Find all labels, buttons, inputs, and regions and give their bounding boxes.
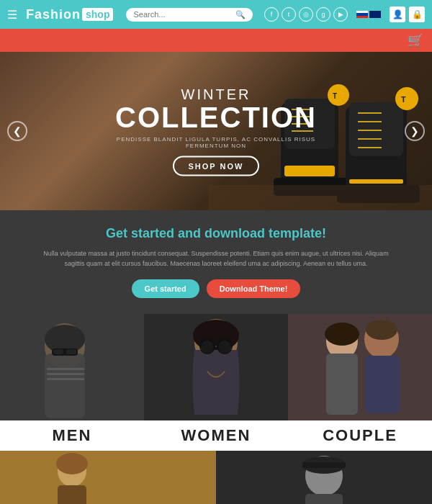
bottom-item-right[interactable] xyxy=(216,451,432,504)
svg-text:T: T xyxy=(401,95,406,104)
shop-now-button[interactable]: SHOP NOW xyxy=(173,156,260,176)
svg-rect-47 xyxy=(0,451,216,504)
instagram-icon[interactable]: ◎ xyxy=(299,7,313,22)
category-grid: MEN WOMEN xyxy=(0,314,432,451)
bottom-row xyxy=(0,451,432,504)
menu-icon[interactable]: ☰ xyxy=(7,8,17,22)
twitter-icon[interactable]: t xyxy=(282,7,296,22)
promo-title: Get started and download template! xyxy=(14,226,418,241)
search-bar[interactable]: 🔍 xyxy=(126,8,253,22)
svg-rect-31 xyxy=(47,378,84,380)
svg-text:T: T xyxy=(333,92,337,100)
hero-winter-label: WINTER xyxy=(108,86,324,103)
download-theme-button[interactable]: Download Theme! xyxy=(207,279,301,298)
logo-shop-text: shop xyxy=(82,8,113,21)
svg-rect-46 xyxy=(365,356,400,413)
svg-rect-25 xyxy=(45,354,85,418)
search-icon: 🔍 xyxy=(235,10,246,19)
user-icons: 👤 🔒 xyxy=(390,6,425,22)
women-category-label: WOMEN xyxy=(144,420,288,451)
category-men[interactable]: MEN xyxy=(0,314,144,451)
cart-bar: 🛒 xyxy=(0,29,432,52)
logo[interactable]: Fashion shop xyxy=(26,7,113,22)
couple-category-label: COUPLE xyxy=(288,420,432,451)
svg-point-45 xyxy=(366,320,397,340)
svg-point-49 xyxy=(56,453,88,474)
svg-rect-27 xyxy=(53,349,63,354)
bottom-right-image xyxy=(216,451,432,504)
flag-english[interactable] xyxy=(369,11,381,18)
svg-rect-43 xyxy=(326,354,358,415)
svg-point-42 xyxy=(325,323,359,346)
svg-rect-30 xyxy=(47,373,84,375)
header: ☰ Fashion shop 🔍 f t ◎ g ▶ 👤 🔒 xyxy=(0,0,432,29)
facebook-icon[interactable]: f xyxy=(264,7,279,22)
svg-rect-18 xyxy=(349,179,403,184)
svg-rect-29 xyxy=(47,368,84,370)
promo-text: Nulla vulputate massa at justo tincidunt… xyxy=(43,248,389,269)
hero-prev-button[interactable]: ❮ xyxy=(7,121,27,141)
men-category-label: MEN xyxy=(0,420,144,451)
category-women[interactable]: WOMEN xyxy=(144,314,288,451)
svg-point-37 xyxy=(202,341,213,352)
cart-icon[interactable]: 🛒 xyxy=(408,32,423,48)
get-started-button[interactable]: Get started xyxy=(132,279,199,298)
hero-subtitle: PENDISSE BLANDIT LIGULA TURPIS, AC CONVA… xyxy=(108,136,324,149)
svg-rect-50 xyxy=(58,485,86,504)
svg-rect-28 xyxy=(66,349,76,354)
youtube-icon[interactable]: ▶ xyxy=(333,7,348,22)
googleplus-icon[interactable]: g xyxy=(316,7,330,22)
account-icon[interactable]: 👤 xyxy=(390,6,405,22)
hero-banner: T T WINTER COLLECTION PENDISSE BLANDIT L… xyxy=(0,52,432,210)
logo-fashion-text: Fashion xyxy=(26,7,81,22)
category-couple[interactable]: COUPLE xyxy=(288,314,432,451)
lock-icon[interactable]: 🔒 xyxy=(409,6,425,22)
hero-next-button[interactable]: ❯ xyxy=(405,121,425,141)
svg-rect-21 xyxy=(209,185,432,210)
bottom-item-left[interactable] xyxy=(0,451,216,504)
svg-point-19 xyxy=(395,87,418,110)
social-icons: f t ◎ g ▶ xyxy=(264,7,348,22)
svg-point-8 xyxy=(328,84,349,106)
svg-point-38 xyxy=(219,341,230,352)
hero-collection-label: COLLECTION xyxy=(108,103,324,132)
promo-buttons: Get started Download Theme! xyxy=(14,279,418,298)
svg-rect-54 xyxy=(302,462,346,468)
language-flags xyxy=(356,11,381,18)
flag-russian[interactable] xyxy=(356,11,368,18)
promo-section: Get started and download template! Nulla… xyxy=(0,210,432,314)
search-input[interactable] xyxy=(133,10,235,19)
bottom-left-image xyxy=(0,451,216,504)
svg-rect-55 xyxy=(305,494,343,504)
hero-content: WINTER COLLECTION PENDISSE BLANDIT LIGUL… xyxy=(108,86,324,176)
